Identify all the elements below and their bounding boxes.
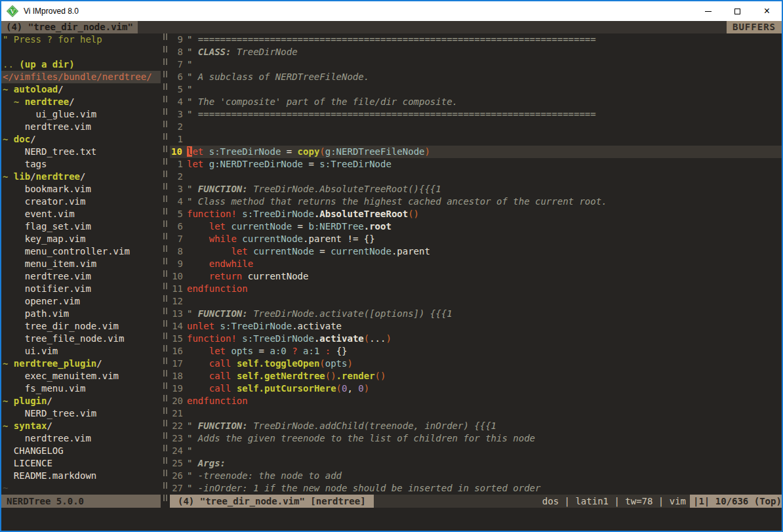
token-w: .parent <box>392 246 430 256</box>
tree-item[interactable]: tags <box>1 158 161 171</box>
code-line[interactable]: 23" Adds the given treenode to the list … <box>170 432 782 445</box>
tree-item[interactable]: ui_glue.vim <box>1 108 161 121</box>
code-line[interactable]: 5function! s:TreeDirNode.AbsoluteTreeRoo… <box>170 208 782 220</box>
code-line[interactable]: 6 let currentNode = b:NERDTree.root <box>170 220 782 233</box>
code-text: " -treenode: the node to add <box>187 470 782 482</box>
tree-item[interactable]: menu_item.vim <box>1 258 161 270</box>
tab-tree-dir-node[interactable]: (4) "tree_dir_node.vim" <box>1 21 138 33</box>
token-w <box>231 383 236 394</box>
code-line[interactable]: 14unlet s:TreeDirNode.activate <box>170 320 782 333</box>
token-w <box>203 146 209 157</box>
code-line[interactable]: 26" -treenode: the node to add <box>170 470 782 482</box>
editor-panel[interactable]: 9" =====================================… <box>170 33 782 495</box>
tree-item[interactable]: </vimfiles/bundle/nerdtree/ <box>1 71 161 83</box>
tree-item[interactable]: path.vim <box>1 308 161 320</box>
tree-item[interactable]: ui.vim <box>1 345 161 358</box>
code-line[interactable]: 27" -inOrder: 1 if the new node should b… <box>170 482 782 495</box>
tree-item[interactable]: ~ plugin/ <box>1 395 161 407</box>
code-line[interactable]: 24" <box>170 445 782 457</box>
tree-item[interactable]: ~ nerdtree_plugin/ <box>1 358 161 370</box>
code-line[interactable]: 12 <box>170 295 782 308</box>
tree-item[interactable]: menu_controller.vim <box>1 245 161 258</box>
tree-item[interactable]: .. (up a dir) <box>1 58 161 71</box>
token-w: = <box>281 146 297 157</box>
code-text: " A subclass of NERDTreeFileNode. <box>187 71 782 83</box>
code-line[interactable]: 10 return currentNode <box>170 270 782 283</box>
tree-item[interactable]: nerdtree.vim <box>1 121 161 133</box>
tree-item[interactable]: ~ <box>1 482 161 495</box>
code-line[interactable]: 7" <box>170 58 782 71</box>
tree-item[interactable]: ~ doc/ <box>1 133 161 146</box>
code-line[interactable]: 8" CLASS: TreeDirNode <box>170 46 782 58</box>
minimize-button[interactable] <box>693 1 723 21</box>
code-line[interactable]: 3" =====================================… <box>170 108 782 121</box>
tree-item[interactable]: fs_menu.vim <box>1 382 161 395</box>
code-line[interactable]: 6" A subclass of NERDTreeFileNode. <box>170 71 782 83</box>
code-line[interactable]: 10let s:TreeDirNode = copy(g:NERDTreeFil… <box>170 146 782 158</box>
tree-item[interactable]: ~ syntax/ <box>1 420 161 432</box>
code-line[interactable]: 11endfunction <box>170 283 782 295</box>
token-cb: CLASS: <box>198 47 231 57</box>
code-line[interactable]: 1let g:NERDTreeDirNode = s:TreeDirNode <box>170 158 782 171</box>
code-line[interactable]: 4" Class method that returns the highest… <box>170 195 782 208</box>
tree-item[interactable]: ~ lib/nerdtree/ <box>1 171 161 183</box>
code-line[interactable]: 4" The 'composite' part of the file/dir … <box>170 96 782 108</box>
tree-item[interactable]: NERD_tree.vim <box>1 407 161 420</box>
tree-item[interactable]: flag_set.vim <box>1 220 161 233</box>
tree-item[interactable]: NERD_tree.txt <box>1 146 161 158</box>
code-line[interactable]: 1 <box>170 133 782 146</box>
token-f: menu_item.vim <box>3 258 96 269</box>
code-line[interactable]: 19 call self.putCursorHere(0, 0) <box>170 382 782 395</box>
code-line[interactable]: 9 endwhile <box>170 258 782 270</box>
tree-item[interactable]: event.vim <box>1 208 161 220</box>
code-line[interactable]: 7 while currentNode.parent != {} <box>170 233 782 245</box>
tree-item[interactable]: creator.vim <box>1 195 161 208</box>
titlebar: V Vi IMproved 8.0 × <box>1 1 782 21</box>
token-p: ( <box>319 146 325 157</box>
tree-item[interactable]: exec_menuitem.vim <box>1 370 161 382</box>
tree-item[interactable]: ~ autoload/ <box>1 83 161 96</box>
tree-item[interactable]: notifier.vim <box>1 283 161 295</box>
tree-item[interactable]: README.markdown <box>1 470 161 482</box>
code-line[interactable]: 15function! s:TreeDirNode.activate(...) <box>170 333 782 345</box>
tree-item[interactable]: key_map.vim <box>1 233 161 245</box>
token-k: let <box>209 346 226 356</box>
code-line[interactable]: 18 call self.getNerdtree().render() <box>170 370 782 382</box>
tree-item[interactable]: nerdtree.vim <box>1 270 161 283</box>
token-w <box>248 246 253 256</box>
code-line[interactable]: 2 <box>170 171 782 183</box>
code-line[interactable]: 5" <box>170 83 782 96</box>
code-line[interactable]: 3" FUNCTION: TreeDirNode.AbsoluteTreeRoo… <box>170 183 782 195</box>
nerdtree-panel[interactable]: " Press ? for help.. (up a dir)</vimfile… <box>1 33 161 495</box>
tree-item[interactable]: " Press ? for help <box>1 33 161 46</box>
tree-item[interactable]: CHANGELOG <box>1 445 161 457</box>
code-line[interactable]: 17 call self.toggleOpen(opts) <box>170 358 782 370</box>
token-w <box>203 159 209 169</box>
token-k: ? <box>292 346 297 356</box>
code-line[interactable]: 13" FUNCTION: TreeDirNode.activate([opti… <box>170 308 782 320</box>
code-line[interactable]: 21 <box>170 407 782 420</box>
tree-item[interactable]: LICENCE <box>1 457 161 470</box>
tree-item[interactable]: tree_dir_node.vim <box>1 320 161 333</box>
code-line[interactable]: 22" FUNCTION: TreeDirNode.addChild(treen… <box>170 420 782 432</box>
maximize-button[interactable] <box>723 1 752 21</box>
code-line[interactable]: 2 <box>170 121 782 133</box>
code-line[interactable]: 16 let opts = a:0 ? a:1 : {} <box>170 345 782 358</box>
gvim-window: V Vi IMproved 8.0 × (4) "tree_dir_node.v… <box>0 0 783 532</box>
close-button[interactable]: × <box>752 1 782 21</box>
tree-item[interactable]: opener.vim <box>1 295 161 308</box>
vertical-split[interactable] <box>161 33 170 495</box>
code-line[interactable]: 20endfunction <box>170 395 782 407</box>
code-line[interactable]: 9" =====================================… <box>170 33 782 46</box>
token-dir: autoload <box>14 84 58 94</box>
line-number: 18 <box>170 370 187 382</box>
code-line[interactable]: 25" Args: <box>170 457 782 470</box>
code-line[interactable]: 8 let currentNode = currentNode.parent <box>170 245 782 258</box>
tree-item[interactable]: nerdtree.vim <box>1 432 161 445</box>
tree-item[interactable]: tree_file_node.vim <box>1 333 161 345</box>
tree-item[interactable]: bookmark.vim <box>1 183 161 195</box>
command-line[interactable] <box>1 508 782 531</box>
tree-item[interactable]: ~ nerdtree/ <box>1 96 161 108</box>
tree-item[interactable] <box>1 46 161 58</box>
code-text: " ======================================… <box>187 108 782 121</box>
